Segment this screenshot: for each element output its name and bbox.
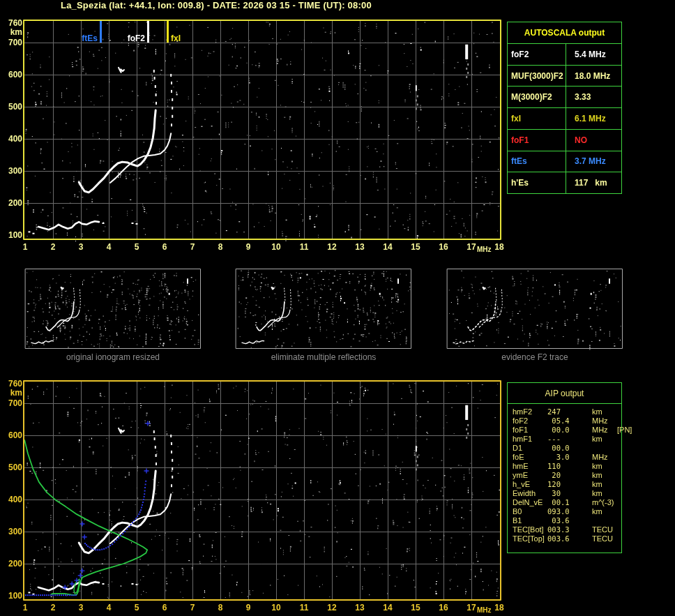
aip-row-value: --- xyxy=(547,435,580,444)
autoscala-row: h'Es117 km xyxy=(508,172,621,193)
aip-row: h_vE120km xyxy=(508,480,621,489)
autoscala-row: foF25.4 MHz xyxy=(508,44,621,66)
aip-row: D1 00.0 xyxy=(508,444,621,453)
aip-row-unit: MHz xyxy=(580,453,614,462)
aip-row-value: 003.3 xyxy=(547,525,580,534)
autoscala-row: ftEs3.7 MHz xyxy=(508,151,621,173)
autoscala-screen: La_Spezia (lat: +44.1, lon: 009.8) - DAT… xyxy=(0,0,675,616)
aip-row-unit: km xyxy=(580,489,614,498)
aip-row-label: B1 xyxy=(508,516,547,525)
aip-row-label: D1 xyxy=(508,444,547,453)
aip-row-value: 05.4 xyxy=(547,416,580,426)
autoscala-row-label: ftEs xyxy=(508,151,566,172)
autoscala-row-label: MUF(3000)F2 xyxy=(508,66,566,87)
autoscala-row: M(3000)F23.33 xyxy=(508,87,621,108)
aip-row-value: 3.0 xyxy=(547,453,580,462)
autoscala-row-label: foF1 xyxy=(508,130,566,151)
aip-row: DelN_vE 00.1m^(-3) xyxy=(508,498,621,507)
autoscala-row-value: NO xyxy=(566,130,621,151)
aip-row-value: 247 xyxy=(547,407,580,416)
aip-row-unit: TECU xyxy=(580,534,614,543)
thumbnail-caption-eliminate: eliminate multiple reflections xyxy=(236,352,411,362)
aip-row-value: 03.6 xyxy=(547,516,580,525)
thumbnail-caption-evidence: evidence F2 trace xyxy=(447,352,623,362)
aip-row: hmF2247km xyxy=(508,407,621,416)
aip-row-label: Ewidth xyxy=(508,489,547,498)
autoscala-row: MUF(3000)F218.0 MHz xyxy=(508,66,621,87)
aip-table-title: AIP output xyxy=(508,383,621,404)
aip-row: TEC[Bot]003.3TECU xyxy=(508,525,621,534)
autoscala-table-rows: foF25.4 MHzMUF(3000)F218.0 MHzM(3000)F23… xyxy=(508,44,621,193)
aip-row-value: 00.0 xyxy=(547,426,580,435)
aip-row-unit: km xyxy=(580,462,614,471)
autoscala-row-label: h'Es xyxy=(508,172,566,193)
aip-row-label: DelN_vE xyxy=(508,498,547,507)
aip-row-label: B0 xyxy=(508,507,547,516)
autoscala-row-value: 5.4 MHz xyxy=(566,44,621,65)
aip-row-unit: km xyxy=(580,507,614,516)
aip-row-label: hmE xyxy=(508,462,547,471)
aip-row-unit: km xyxy=(580,407,614,416)
aip-row: B1 03.6 xyxy=(508,516,621,525)
autoscala-output-table: AUTOSCALA output foF25.4 MHzMUF(3000)F21… xyxy=(507,22,622,194)
aip-output-table: AIP output hmF2247kmfoF2 05.4MHzfoF1 00.… xyxy=(507,382,622,553)
aip-row-value: 00.1 xyxy=(547,498,580,507)
aip-row: hmE110km xyxy=(508,462,621,471)
station-header: La_Spezia (lat: +44.1, lon: 009.8) - DAT… xyxy=(61,0,372,10)
aip-row-value: 110 xyxy=(547,462,580,471)
autoscala-row-value: 117 km xyxy=(566,172,621,193)
aip-row-note: [PN] xyxy=(614,426,632,435)
autoscala-row-value: 3.7 MHz xyxy=(566,151,621,172)
aip-row-label: TEC[Bot] xyxy=(508,525,547,534)
aip-row: B0093.0km xyxy=(508,507,621,516)
autoscala-table-title: AUTOSCALA output xyxy=(508,22,621,44)
aip-row: TEC[Top]003.6TECU xyxy=(508,534,621,543)
aip-row-label: hmF2 xyxy=(508,407,547,416)
aip-row: hmF1---km xyxy=(508,435,621,444)
autoscala-row-value: 3.33 xyxy=(566,87,621,107)
aip-row-unit: m^(-3) xyxy=(580,498,614,507)
aip-row: ymE 20km xyxy=(508,471,621,480)
aip-row-label: TEC[Top] xyxy=(508,534,547,543)
aip-row-label: foF1 xyxy=(508,426,547,435)
aip-table-rows: hmF2247kmfoF2 05.4MHzfoF1 00.0MHz[PN]hmF… xyxy=(508,404,621,543)
aip-row-unit: km xyxy=(580,471,614,480)
aip-row-unit: km xyxy=(580,480,614,489)
aip-row-value: 003.6 xyxy=(547,534,580,543)
autoscala-row-label: foF2 xyxy=(508,44,566,65)
aip-row-value: 093.0 xyxy=(547,507,580,516)
autoscala-row: foF1NO xyxy=(508,130,621,151)
aip-row-unit: km xyxy=(580,435,614,444)
aip-row-value: 00.0 xyxy=(547,444,580,453)
aip-row-unit: TECU xyxy=(580,525,614,534)
thumbnail-caption-original: original ionogram resized xyxy=(25,352,201,362)
aip-row-value: 30 xyxy=(547,489,580,498)
aip-row-label: foE xyxy=(508,453,547,462)
aip-row-label: ymE xyxy=(508,471,547,480)
aip-row-value: 20 xyxy=(547,471,580,480)
aip-row: Ewidth 30km xyxy=(508,489,621,498)
aip-row-label: foF2 xyxy=(508,416,547,426)
aip-row-value: 120 xyxy=(547,480,580,489)
aip-row-unit: MHz xyxy=(580,426,614,435)
autoscala-row-value: 18.0 MHz xyxy=(566,66,621,87)
aip-row-label: hmF1 xyxy=(508,435,547,444)
autoscala-row: fxI6.1 MHz xyxy=(508,108,621,130)
aip-row-label: h_vE xyxy=(508,480,547,489)
aip-row: foE 3.0MHz xyxy=(508,453,621,462)
aip-row-unit: MHz xyxy=(580,416,614,426)
aip-row: foF2 05.4MHz xyxy=(508,416,621,426)
autoscala-row-label: fxI xyxy=(508,108,566,129)
autoscala-row-value: 6.1 MHz xyxy=(566,108,621,129)
autoscala-row-label: M(3000)F2 xyxy=(508,87,566,107)
aip-row: foF1 00.0MHz[PN] xyxy=(508,426,621,435)
